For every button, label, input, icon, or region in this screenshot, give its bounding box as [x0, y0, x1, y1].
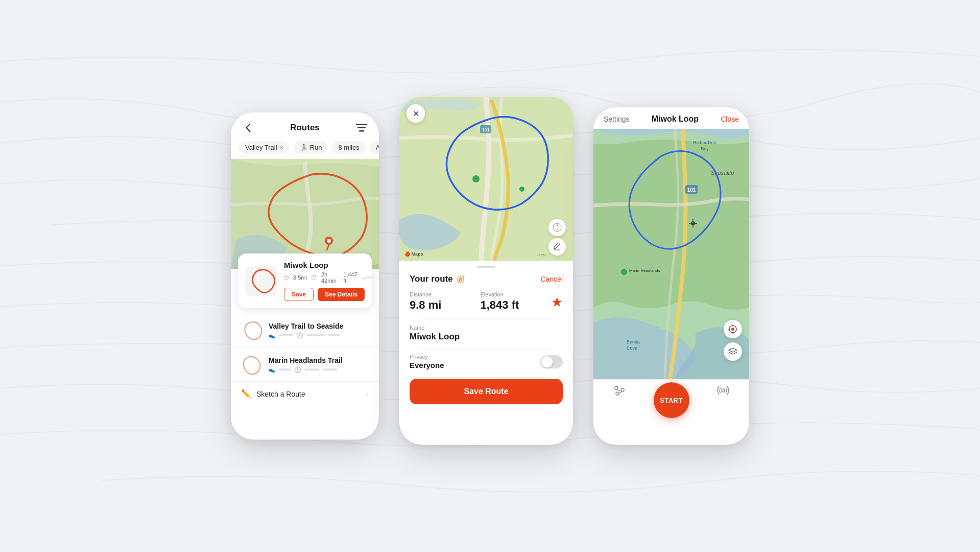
route-actions: Save See Details	[284, 288, 374, 301]
route-distance: 8.5mi	[293, 274, 307, 281]
filter-close-icon: ✕	[279, 145, 283, 150]
your-route-title: Your route 🧭	[410, 274, 465, 284]
svg-rect-2	[359, 130, 364, 132]
svg-text:101: 101	[482, 127, 489, 132]
list-item-2[interactable]: Marin Headlands Trail 👟 🕐	[231, 348, 379, 382]
route-info: Miwok Loop ⊙ 8.5mi ⏱ 2h 42min 1,447 ft S…	[284, 261, 374, 301]
filter-miles[interactable]: 8 miles	[332, 141, 365, 154]
privacy-row: Privacy Everyone	[410, 354, 563, 370]
routes-title: Routes	[290, 123, 320, 133]
list-meta-2: 👟 🕐	[269, 366, 369, 373]
legal-text: Legal	[537, 253, 545, 257]
list-item[interactable]: Valley Trail to Seaside 👟 🕐	[231, 313, 379, 348]
nav-routes-item[interactable]	[613, 385, 626, 396]
start-button[interactable]: START	[654, 382, 689, 418]
close-button[interactable]: ✕	[407, 104, 425, 123]
privacy-toggle[interactable]	[540, 355, 563, 369]
route-metrics: Distance 9.8 mi Elevation 1,843 ft ★	[410, 291, 563, 312]
route-name-value: Miwok Loop	[410, 332, 563, 342]
close-nav-link[interactable]: Close	[721, 115, 739, 123]
edit-route-button[interactable]	[548, 238, 566, 256]
drag-handle	[477, 266, 495, 268]
your-route-label: Your route	[410, 274, 453, 284]
route-elevation: 1,447 ft	[343, 271, 358, 284]
meta-bar5	[304, 369, 320, 371]
compass-small-icon: 🧭	[456, 275, 465, 283]
apple-maps-label: 🍎 Maps	[404, 251, 423, 257]
meta-bar6	[323, 369, 337, 371]
chevron-right-icon: ›	[366, 390, 369, 398]
elevation-value: 1,843 ft	[481, 298, 537, 312]
svg-text:101: 101	[687, 187, 696, 193]
svg-point-27	[731, 328, 734, 331]
time-icon: ⏱	[311, 274, 317, 281]
nav-beacon-item[interactable]	[716, 385, 730, 396]
meta-bar	[279, 334, 293, 336]
filter-elevation[interactable]: Any E	[370, 141, 379, 154]
run-icon: 🏃	[300, 144, 308, 151]
navigation-header: Settings Miwok Loop Close	[593, 107, 749, 129]
cancel-button[interactable]: Cancel	[540, 275, 563, 283]
map-area-phone3: 101 Sausalito Richardson Bay Bonita Cove…	[593, 129, 749, 379]
settings-link[interactable]: Settings	[604, 115, 630, 123]
distance-metric: Distance 9.8 mi	[410, 291, 466, 312]
svg-point-5	[327, 239, 331, 243]
svg-point-11	[519, 187, 524, 192]
favorite-button[interactable]: ★	[551, 294, 563, 310]
filter-run[interactable]: 🏃 Run	[294, 141, 328, 154]
save-route-button[interactable]: Save Route	[410, 379, 563, 404]
route-thumbnail	[246, 266, 277, 296]
back-button[interactable]	[241, 121, 255, 135]
map-background-1	[231, 159, 379, 269]
apple-maps-badge: 🍎 Maps	[404, 251, 423, 257]
svg-text:Cove: Cove	[627, 346, 637, 351]
filter-run-label: Run	[310, 144, 322, 151]
distance-label: Distance	[410, 291, 466, 297]
list-meta-1: 👟 🕐	[269, 332, 369, 339]
map-area-phone2: 101 ✕	[399, 97, 573, 261]
phone-routes: Routes Valley Trail ✕ 🏃 Run 8 miles	[231, 112, 379, 440]
list-trail-name-1: Valley Trail to Seaside	[269, 322, 369, 330]
svg-text:Richardson: Richardson	[693, 140, 716, 145]
distance-icon: ⊙	[284, 274, 289, 281]
svg-text:Bonita: Bonita	[627, 339, 640, 344]
phones-container: Routes Valley Trail ✕ 🏃 Run 8 miles	[231, 107, 749, 445]
svg-point-8	[472, 175, 480, 182]
save-button[interactable]: Save	[284, 288, 314, 301]
filter-miles-label: 8 miles	[338, 144, 359, 151]
elevation-metric: Elevation 1,843 ft	[481, 291, 537, 312]
privacy-label: Privacy	[410, 354, 444, 360]
sketch-label: Sketch a Route	[256, 390, 361, 398]
svg-text:Bay: Bay	[701, 146, 709, 151]
svg-point-21	[621, 269, 627, 275]
spacer	[231, 308, 379, 313]
map-background-2: 101	[399, 97, 573, 261]
clock-icon-2: 🕐	[294, 366, 301, 373]
sketch-route-row[interactable]: ✏️ Sketch a Route ›	[231, 382, 379, 406]
name-label: Name	[410, 325, 563, 331]
phone-navigation: Settings Miwok Loop Close	[593, 107, 749, 445]
shoe-icon-2: 👟	[269, 366, 276, 373]
filter-valley-trail[interactable]: Valley Trail ✕	[239, 141, 290, 154]
spacer-3	[410, 349, 563, 354]
privacy-info: Privacy Everyone	[410, 354, 444, 370]
location-button[interactable]	[724, 320, 742, 338]
list-trail-name-2: Marin Headlands Trail	[269, 356, 369, 364]
privacy-value: Everyone	[410, 361, 444, 370]
layers-button[interactable]	[724, 342, 742, 361]
filter-elevation-label: Any E	[376, 144, 379, 151]
filter-label: Valley Trail	[245, 144, 277, 151]
see-details-button[interactable]: See Details	[318, 288, 365, 301]
filter-button[interactable]	[354, 121, 369, 135]
list-info-2: Marin Headlands Trail 👟 🕐	[269, 356, 369, 373]
route-time: 2h 42min	[321, 271, 339, 284]
svg-point-33	[621, 388, 624, 392]
spacer-2	[410, 319, 563, 325]
featured-route-card: Miwok Loop ⊙ 8.5mi ⏱ 2h 42min 1,447 ft S…	[238, 254, 372, 308]
route-stats: ⊙ 8.5mi ⏱ 2h 42min 1,447 ft	[284, 271, 374, 284]
meta-bar3	[328, 334, 340, 336]
compass-button[interactable]	[548, 219, 566, 236]
map-background-3: 101 Sausalito Richardson Bay Bonita Cove…	[593, 129, 749, 379]
filter-tags: Valley Trail ✕ 🏃 Run 8 miles Any E	[231, 141, 379, 159]
svg-point-32	[615, 386, 618, 389]
